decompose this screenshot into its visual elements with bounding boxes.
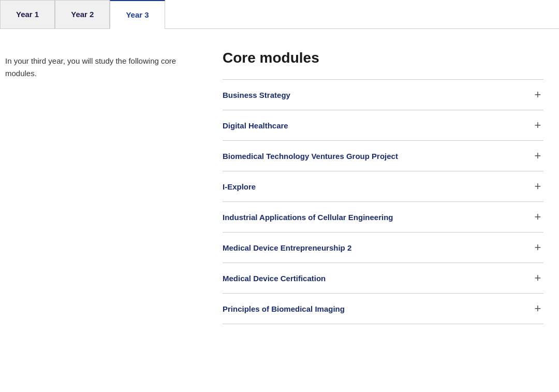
accordion-list: Business Strategy+Digital Healthcare+Bio… — [223, 79, 543, 324]
tab-year1[interactable]: Year 1 — [0, 0, 55, 28]
accordion-item[interactable]: Principles of Biomedical Imaging+ — [223, 294, 543, 324]
right-panel: Core modules Business Strategy+Digital H… — [223, 50, 543, 324]
module-label: Principles of Biomedical Imaging — [223, 304, 345, 313]
expand-icon[interactable]: + — [532, 89, 543, 100]
tab-year3[interactable]: Year 3 — [110, 0, 165, 29]
accordion-item[interactable]: Industrial Applications of Cellular Engi… — [223, 202, 543, 233]
expand-icon[interactable]: + — [532, 272, 543, 284]
module-label: Medical Device Certification — [223, 274, 326, 283]
expand-icon[interactable]: + — [532, 211, 543, 223]
year-tabs: Year 1 Year 2 Year 3 — [0, 0, 559, 29]
module-label: Medical Device Entrepreneurship 2 — [223, 243, 351, 252]
left-panel: In your third year, you will study the f… — [5, 50, 202, 324]
module-label: Biomedical Technology Ventures Group Pro… — [223, 152, 398, 161]
accordion-item[interactable]: Digital Healthcare+ — [223, 110, 543, 141]
year-description: In your third year, you will study the f… — [5, 55, 202, 80]
accordion-item[interactable]: Business Strategy+ — [223, 80, 543, 110]
accordion-item[interactable]: Medical Device Certification+ — [223, 263, 543, 294]
expand-icon[interactable]: + — [532, 181, 543, 192]
main-content: In your third year, you will study the f… — [0, 29, 559, 345]
module-label: Business Strategy — [223, 91, 290, 99]
module-label: Digital Healthcare — [223, 121, 288, 130]
module-label: Industrial Applications of Cellular Engi… — [223, 213, 393, 222]
section-title: Core modules — [223, 50, 543, 66]
accordion-item[interactable]: Medical Device Entrepreneurship 2+ — [223, 233, 543, 263]
expand-icon[interactable]: + — [532, 303, 543, 314]
expand-icon[interactable]: + — [532, 150, 543, 162]
expand-icon[interactable]: + — [532, 242, 543, 253]
accordion-item[interactable]: I-Explore+ — [223, 171, 543, 202]
accordion-item[interactable]: Biomedical Technology Ventures Group Pro… — [223, 141, 543, 171]
module-label: I-Explore — [223, 182, 256, 191]
expand-icon[interactable]: + — [532, 120, 543, 131]
tab-year2[interactable]: Year 2 — [55, 0, 110, 28]
